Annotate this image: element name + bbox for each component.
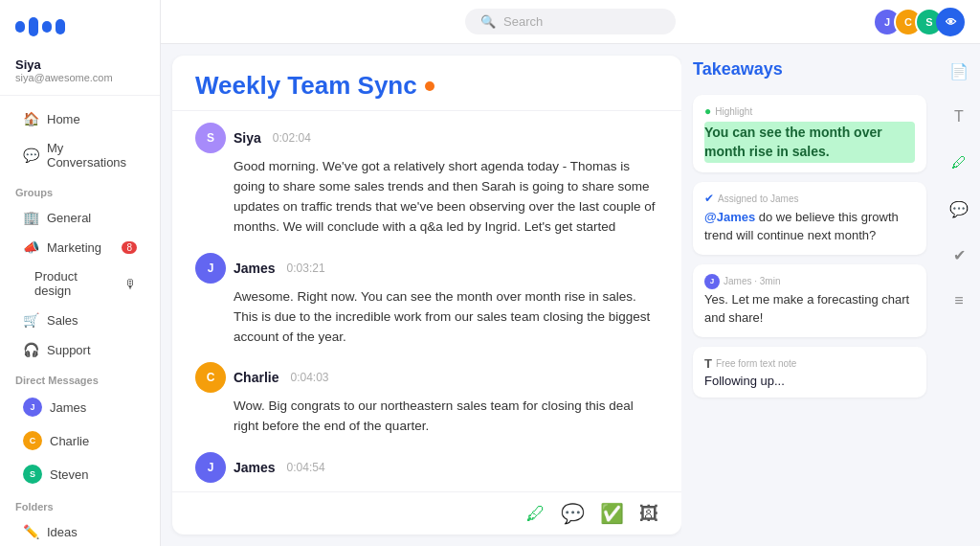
comment-body: Yes. Let me make a forecasting chart and…: [704, 291, 915, 328]
sidebar-item-sales[interactable]: 🛒 Sales: [8, 306, 152, 334]
marketing-badge: 8: [122, 241, 137, 254]
ideas-icon: ✏️: [23, 524, 39, 539]
chat-panel: Weekly Team Sync S Siya 0:02:04 Good mor…: [172, 56, 681, 535]
freeform-label: T Free form text note: [704, 356, 915, 371]
msg-name-james-1: James: [234, 261, 276, 276]
msg-header-james-1: J James 0:03:21: [195, 253, 658, 284]
msg-name-siya: Siya: [234, 130, 261, 146]
conversations-icon: 💬: [23, 148, 39, 163]
action-item-icon[interactable]: ✅: [600, 502, 624, 525]
james-avatar: J: [23, 398, 42, 417]
takeaways-panel: Takeaways ● Highlight You can see the mo…: [681, 44, 938, 546]
sidebar-item-ideas[interactable]: ✏️ Ideas: [8, 517, 152, 546]
msg-name-james-2: James: [234, 460, 276, 475]
right-icon-check[interactable]: ✔: [946, 241, 972, 268]
sidebar-label-james: James: [50, 400, 86, 415]
card-label-highlight: ● Highlight: [704, 104, 915, 118]
avatar-james-2: J: [195, 452, 226, 483]
svg-rect-0: [15, 21, 25, 33]
sidebar-label-ideas: Ideas: [47, 525, 78, 539]
sidebar-item-support[interactable]: 🎧 Support: [8, 335, 152, 364]
takeaway-card-freeform[interactable]: T Free form text note Following up...: [693, 347, 926, 398]
svg-rect-1: [29, 17, 38, 36]
user-name: Siya: [15, 57, 145, 72]
msg-time-james-1: 0:03:21: [287, 262, 325, 275]
user-email: siya@awesome.com: [15, 72, 145, 83]
content-area: Weekly Team Sync S Siya 0:02:04 Good mor…: [161, 44, 980, 546]
chat-header: Weekly Team Sync: [172, 56, 681, 111]
takeaway-card-comment: J James · 3min Yes. Let me make a foreca…: [693, 264, 926, 337]
user-info: Siya siya@awesome.com: [0, 52, 160, 96]
freeform-text: Following up...: [704, 374, 915, 388]
right-icon-comment[interactable]: 💬: [946, 195, 972, 222]
search-placeholder: Search: [503, 14, 543, 29]
sidebar-item-general[interactable]: 🏢 General: [8, 203, 152, 232]
sidebar-nav: 🏠 Home 💬 My Conversations Groups 🏢 Gener…: [0, 96, 160, 546]
right-icons-bar: 📄 T 🖊 💬 ✔ ≡: [938, 44, 980, 546]
sidebar-item-home[interactable]: 🏠 Home: [8, 104, 152, 133]
image-icon[interactable]: 🖼: [639, 503, 658, 525]
msg-header-siya: S Siya 0:02:04: [195, 123, 658, 153]
sidebar-label-home: Home: [47, 112, 80, 126]
sidebar-label-general: General: [47, 211, 91, 225]
msg-text-charlie: Wow. Big congrats to our northeastern sa…: [195, 397, 658, 437]
sidebar: Siya siya@awesome.com 🏠 Home 💬 My Conver…: [0, 0, 161, 546]
sidebar-item-marketing[interactable]: 📣 Marketing 8: [8, 233, 152, 262]
freeform-t-icon: T: [704, 356, 712, 371]
dm-section-label: Direct Messages: [0, 365, 160, 390]
card-note-james: J James · 3min: [704, 274, 915, 289]
sidebar-item-my-conversations[interactable]: 💬 My Conversations: [8, 134, 152, 176]
sidebar-item-charlie-dm[interactable]: C Charlie: [8, 424, 152, 457]
highlight-icon[interactable]: 🖊: [526, 503, 546, 525]
live-indicator: [425, 81, 434, 91]
msg-time-james-2: 0:04:54: [287, 461, 325, 474]
highlight-dot: ●: [704, 104, 711, 118]
right-icon-highlight-tool[interactable]: 🖊: [946, 149, 972, 176]
folders-section-label: Folders: [0, 491, 160, 516]
main-area: 🔍 Search J C S 👁 Weekly Team Sync: [161, 0, 980, 546]
avatar-charlie: C: [195, 362, 226, 393]
svg-rect-2: [42, 21, 52, 33]
chat-messages: S Siya 0:02:04 Good morning. We've got a…: [172, 111, 681, 491]
msg-text-siya: Good morning. We've got a relatively sho…: [195, 157, 658, 238]
action-body: @James do we believe this growth trend w…: [704, 209, 915, 245]
msg-time-siya: 0:02:04: [273, 131, 311, 145]
topbar-avatar-4: 👁: [936, 8, 965, 36]
groups-section-label: Groups: [0, 177, 160, 202]
takeaways-title: Takeaways: [693, 56, 926, 83]
sidebar-item-james-dm[interactable]: J James: [8, 391, 152, 423]
steven-avatar: S: [23, 465, 42, 484]
sidebar-item-product-design[interactable]: Product design 🎙: [8, 262, 152, 305]
sidebar-item-steven-dm[interactable]: S Steven: [8, 458, 152, 490]
at-mention: @James: [704, 210, 755, 224]
right-icon-list[interactable]: ≡: [946, 287, 972, 314]
msg-header-charlie: C Charlie 0:04:03: [195, 362, 658, 393]
search-icon: 🔍: [480, 14, 496, 29]
sidebar-label-marketing: Marketing: [47, 240, 101, 255]
home-icon: 🏠: [23, 111, 39, 126]
right-icon-text[interactable]: T: [946, 103, 972, 130]
sidebar-label-support: Support: [47, 343, 91, 357]
sidebar-label-product-design: Product design: [34, 269, 117, 298]
topbar: 🔍 Search J C S 👁: [161, 0, 980, 44]
charlie-avatar: C: [23, 431, 42, 450]
right-icon-doc[interactable]: 📄: [946, 57, 972, 84]
sidebar-label-steven: Steven: [50, 467, 88, 482]
takeaway-card-action: ✔ Assigned to James @James do we believe…: [693, 182, 926, 255]
message-group-james-2: J James 0:04:54 Agreed. With the latest …: [195, 452, 658, 491]
takeaway-card-highlight: ● Highlight You can see the month over m…: [693, 95, 926, 172]
svg-rect-3: [56, 19, 65, 34]
chat-title-text: Weekly Team Sync: [195, 71, 417, 101]
comment-icon[interactable]: 💬: [561, 502, 585, 525]
sidebar-label-sales: Sales: [47, 313, 78, 328]
logo: [0, 11, 160, 52]
msg-text-james-1: Awesome. Right now. You can see the mont…: [195, 287, 658, 348]
msg-header-james-2: J James 0:04:54: [195, 452, 658, 483]
chat-title: Weekly Team Sync: [195, 71, 658, 101]
search-box[interactable]: 🔍 Search: [465, 9, 676, 34]
avatar-siya: S: [195, 123, 226, 153]
msg-name-charlie: Charlie: [234, 370, 278, 385]
comment-avatar: J: [704, 274, 720, 289]
sidebar-label-my-conversations: My Conversations: [47, 141, 137, 170]
chat-toolbar: 🖊 💬 ✅ 🖼: [172, 491, 681, 535]
